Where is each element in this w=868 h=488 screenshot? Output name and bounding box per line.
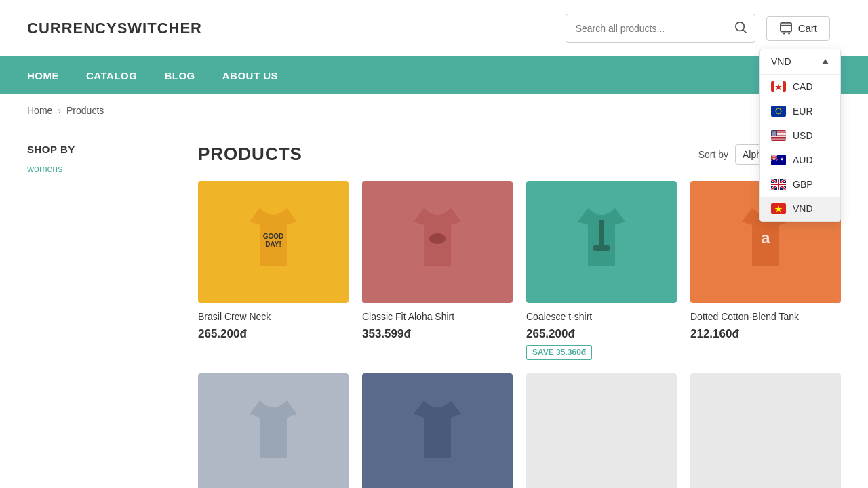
currency-label-gbp: GBP (793, 179, 813, 190)
product-image-1: GOOD DAY! (198, 181, 349, 303)
tshirt-svg-5 (239, 394, 307, 475)
product-name-3: Coalesce t-shirt (526, 311, 677, 322)
svg-point-48 (774, 134, 775, 134)
svg-point-42 (772, 132, 773, 133)
currency-option-gbp[interactable]: GBP (760, 172, 840, 197)
nav-home[interactable]: HOME (27, 58, 59, 94)
svg-rect-7 (771, 81, 774, 92)
main: SHOP BY womens PRODUCTS Sort by Alphabet… (0, 127, 868, 488)
flag-gb (771, 179, 786, 190)
product-price-4: 212.160đ (690, 327, 841, 341)
svg-point-50 (772, 134, 772, 135)
svg-rect-29 (771, 138, 786, 138)
products-area: PRODUCTS Sort by Alphabetically, A-Z Alp… (176, 127, 841, 488)
svg-point-51 (772, 134, 773, 135)
cart-button[interactable]: Cart (766, 16, 830, 41)
breadcrumb-home[interactable]: Home (27, 105, 52, 116)
currency-label-aud: AUD (793, 155, 813, 165)
svg-rect-2 (781, 22, 791, 31)
product-image-3 (526, 181, 677, 303)
currency-option-cad[interactable]: CAD (760, 75, 840, 99)
currency-label-vnd: VND (793, 203, 813, 214)
breadcrumb-current: Products (66, 105, 104, 116)
svg-point-35 (774, 130, 775, 131)
product-price-1: 265.200đ (198, 327, 349, 341)
product-card-6[interactable] (362, 373, 513, 488)
product-image-7 (526, 373, 677, 488)
header: CURRENCYSWITCHER Cart V (0, 0, 868, 56)
product-card-3[interactable]: Coalesce t-shirt 265.200đ SAVE 35.360đ (526, 181, 677, 360)
svg-point-38 (773, 131, 774, 132)
svg-line-1 (743, 30, 746, 33)
svg-point-19 (780, 113, 781, 113)
product-card-8[interactable] (690, 373, 841, 488)
currency-selected-label: VND (771, 56, 791, 67)
svg-point-33 (772, 130, 773, 131)
svg-rect-10 (771, 106, 786, 117)
nav: HOME CATALOG BLOG ABOUT US (0, 56, 868, 94)
currency-dropdown-header: VND (760, 49, 840, 75)
svg-point-18 (776, 113, 777, 113)
currency-label-usd: USD (793, 130, 813, 141)
product-card-7[interactable] (526, 373, 677, 488)
product-price-3: 265.200đ (526, 327, 677, 341)
tshirt-svg-3 (568, 201, 635, 283)
sidebar-link-womens[interactable]: womens (27, 163, 176, 174)
svg-text:a: a (761, 228, 770, 247)
svg-point-13 (778, 113, 778, 114)
svg-point-43 (774, 132, 774, 133)
currency-label-cad: CAD (793, 81, 813, 92)
currency-option-aud[interactable]: AUD (760, 148, 840, 172)
search-button[interactable] (726, 14, 755, 42)
sort-label: Sort by (698, 149, 728, 160)
header-right: Cart VND (566, 14, 841, 43)
svg-point-5 (788, 32, 790, 34)
breadcrumb: Home › Products (0, 94, 868, 127)
cart-label: Cart (798, 22, 817, 34)
tshirt-svg-6 (403, 394, 471, 475)
products-title: PRODUCTS (198, 144, 302, 165)
svg-point-20 (776, 110, 776, 110)
svg-point-23 (781, 111, 781, 112)
logo: CURRENCYSWITCHER (27, 20, 202, 37)
svg-text:GOOD: GOOD (263, 232, 284, 240)
svg-point-12 (778, 108, 778, 108)
svg-point-53 (774, 134, 775, 135)
product-image-6 (362, 373, 513, 488)
search-icon (734, 21, 747, 33)
product-card-5[interactable] (198, 373, 349, 488)
product-card-1[interactable]: GOOD DAY! Brasil Crew Neck 265.200đ (198, 181, 349, 360)
nav-blog[interactable]: BLOG (164, 58, 195, 94)
svg-point-15 (781, 110, 781, 111)
currency-option-usd[interactable]: USD (760, 123, 840, 148)
svg-point-78 (429, 233, 446, 244)
product-price-2: 353.599đ (362, 327, 513, 341)
product-name-2: Classic Fit Aloha Shirt (362, 311, 513, 322)
svg-point-36 (776, 130, 776, 131)
svg-rect-8 (783, 81, 786, 92)
svg-point-40 (775, 131, 776, 132)
product-name-4: Dotted Cotton-Blend Tank (690, 311, 841, 322)
svg-point-39 (774, 131, 775, 132)
svg-point-37 (772, 131, 773, 132)
product-card-2[interactable]: Classic Fit Aloha Shirt 353.599đ (362, 181, 513, 360)
svg-point-17 (780, 108, 781, 109)
svg-rect-80 (593, 245, 610, 251)
flag-canada (771, 81, 786, 92)
nav-catalog[interactable]: CATALOG (86, 58, 137, 94)
product-image-5 (198, 373, 349, 488)
currency-option-eur[interactable]: EUR (760, 99, 840, 123)
shop-by-title: SHOP BY (27, 144, 176, 155)
product-image-2 (362, 181, 513, 303)
svg-text:DAY!: DAY! (265, 241, 281, 248)
flag-au (771, 155, 786, 165)
arrow-up-icon (821, 58, 829, 66)
svg-point-49 (775, 134, 776, 134)
currency-option-vnd[interactable]: VND (760, 197, 840, 221)
svg-point-4 (783, 32, 785, 34)
search-input[interactable] (566, 16, 726, 41)
search-bar (566, 14, 755, 43)
svg-point-34 (774, 130, 774, 131)
nav-about[interactable]: ABOUT US (222, 58, 278, 94)
tshirt-svg-1: GOOD DAY! (239, 201, 307, 283)
